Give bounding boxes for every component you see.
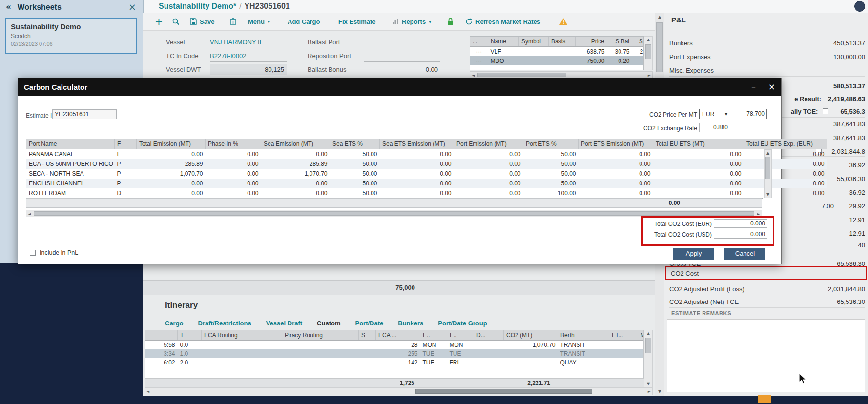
co2-price-field[interactable]: 78.700	[733, 109, 767, 119]
cell[interactable]: 1.0	[178, 349, 202, 358]
cell[interactable]	[549, 47, 576, 57]
cell[interactable]: QUAY	[558, 358, 609, 367]
cell[interactable]: TUE	[420, 349, 447, 358]
column-header[interactable]: Port Emission (MT)	[454, 139, 523, 149]
total-co2-eur-field[interactable]: 0.000	[714, 219, 767, 228]
column-header[interactable]: F	[115, 139, 137, 149]
cell[interactable]: 1,725	[373, 379, 417, 387]
fix-estimate-button[interactable]: Fix Estimate	[338, 13, 376, 30]
table-row[interactable]: SECA - NORTH SEAP1,070.700.001,070.7050.…	[26, 169, 827, 179]
cell[interactable]	[519, 56, 549, 65]
reports-button[interactable]: Reports▾	[392, 13, 431, 30]
column-header[interactable]: Name	[488, 37, 519, 47]
tab-port-date-group[interactable]: Port/Date Group	[438, 320, 487, 327]
cell[interactable]: 0.00	[380, 149, 454, 160]
cell[interactable]: 50.00	[330, 188, 380, 198]
scroll-up-icon[interactable]: ▲	[644, 331, 652, 336]
table-row[interactable]: ···VLF638.7530.7529.254.00	[470, 47, 644, 57]
column-header[interactable]: Port Name	[26, 139, 115, 149]
cell[interactable]: ENGLISH CHANNEL	[26, 179, 115, 188]
column-header[interactable]: Total EU ETS (MT)	[653, 139, 744, 149]
cell[interactable]: 638.75	[576, 47, 607, 57]
cell[interactable]: 0.20	[632, 56, 644, 65]
column-header[interactable]: E..	[447, 330, 474, 341]
table-row[interactable]: ···MDO750.000.200.200.10	[470, 56, 644, 65]
cell[interactable]	[202, 358, 282, 367]
cell[interactable]	[200, 379, 280, 387]
cell[interactable]: 0.00	[206, 149, 261, 160]
cell[interactable]: 0.00	[261, 149, 330, 160]
tab-custom[interactable]: Custom	[317, 320, 340, 327]
cell[interactable]: MON	[420, 341, 447, 350]
cell[interactable]	[549, 56, 576, 65]
scrollbar-thumb[interactable]	[765, 157, 770, 179]
cell[interactable]: 285.89	[261, 159, 330, 169]
cell[interactable]: 100.00	[523, 188, 579, 198]
cell[interactable]	[359, 358, 376, 367]
cell[interactable]: 28	[376, 341, 420, 350]
tab-draft-restrictions[interactable]: Draft/Restrictions	[198, 320, 251, 327]
cell[interactable]: 0.00	[454, 169, 523, 179]
cell[interactable]: ···	[470, 47, 488, 57]
vessel-dwt-field[interactable]: 80,125	[210, 64, 287, 75]
worksheet-card[interactable]: Sustainability Demo Scratch 02/13/2023 0…	[5, 18, 137, 54]
itinerary-horizontal-scrollbar[interactable]: ◄ ►	[145, 387, 653, 395]
cell[interactable]: 50.00	[523, 159, 579, 169]
cell[interactable]: 142	[376, 358, 420, 367]
ballast-bonus-field[interactable]: 0.00	[364, 64, 440, 75]
column-header[interactable]: Total Emission (MT)	[137, 139, 206, 149]
table-row[interactable]: ECA - US 50NM PUERTO RICOP285.890.00285.…	[26, 159, 827, 169]
tce-checkbox[interactable]	[823, 108, 828, 114]
menu-button[interactable]: Menu▾	[248, 13, 270, 30]
cell[interactable]: 0.00	[653, 188, 744, 198]
cell[interactable]: 0.00	[579, 169, 653, 179]
table-row[interactable]: ENGLISH CHANNELP0.000.000.0050.000.000.0…	[26, 179, 827, 188]
cell[interactable]: 0.00	[380, 159, 454, 169]
cell[interactable]: MDO	[488, 56, 519, 65]
warning-button[interactable]	[559, 13, 568, 30]
scroll-down-icon[interactable]: ▼	[765, 192, 771, 197]
scroll-up-icon[interactable]: ▲	[644, 38, 652, 42]
column-header[interactable]: E..	[420, 330, 447, 341]
cell[interactable]	[603, 379, 632, 387]
cell[interactable]	[202, 341, 282, 350]
column-header[interactable]: ECA ...	[376, 330, 420, 341]
scrollbar-thumb[interactable]	[656, 22, 663, 72]
table-row[interactable]: 5:580.028MONMON1,070.70TRANSIT79,035	[145, 341, 644, 350]
cell[interactable]	[504, 358, 558, 367]
cell[interactable]: 0.00	[380, 179, 454, 188]
cell[interactable]: 50.00	[523, 149, 579, 160]
tab-port-date[interactable]: Port/Date	[355, 320, 383, 327]
estimate-remarks-textarea[interactable]	[667, 319, 865, 392]
column-header[interactable]	[145, 330, 178, 341]
cell[interactable]: 0.00	[137, 188, 206, 198]
cell[interactable]	[638, 341, 644, 350]
cell[interactable]: 0.00	[206, 169, 261, 179]
cell[interactable]: 0.00	[206, 159, 261, 169]
cell[interactable]: PANAMA CANAL	[26, 149, 115, 160]
cell[interactable]: 50.00	[523, 179, 579, 188]
cell[interactable]: 0.00	[137, 149, 206, 160]
total-co2-usd-field[interactable]: 0.000	[714, 230, 767, 239]
scrollbar-thumb[interactable]	[415, 389, 592, 394]
market-vertical-scrollbar[interactable]: ▲	[644, 36, 653, 70]
co2-exchange-field[interactable]: 0.880	[699, 123, 730, 132]
cell[interactable]	[145, 379, 177, 387]
cell[interactable]: 1,070.70	[137, 169, 206, 179]
cell[interactable]: 0.00	[744, 188, 827, 198]
cell[interactable]: 0.00	[653, 159, 744, 169]
scroll-right-icon[interactable]: ►	[648, 73, 651, 77]
cancel-button[interactable]: Cancel	[724, 248, 765, 260]
cell[interactable]: TUE	[447, 349, 474, 358]
cell[interactable]: 0.00	[454, 188, 523, 198]
cell[interactable]	[282, 349, 359, 358]
column-header[interactable]: Phase-In %	[206, 139, 261, 149]
cell[interactable]: 50.00	[330, 169, 380, 179]
scroll-down-icon[interactable]: ▼	[655, 389, 664, 394]
globe-icon[interactable]	[854, 1, 865, 12]
column-header[interactable]: Total EU ETS Exp. (EUR)	[744, 139, 827, 149]
cell[interactable]: 0.00	[261, 188, 330, 198]
pnl-row-co2-cost-highlighted[interactable]: CO2 Cost	[665, 266, 867, 280]
column-header[interactable]: Port ETS Emission (MT)	[579, 139, 653, 149]
refresh-market-rates-button[interactable]: Refresh Market Rates	[465, 13, 540, 30]
